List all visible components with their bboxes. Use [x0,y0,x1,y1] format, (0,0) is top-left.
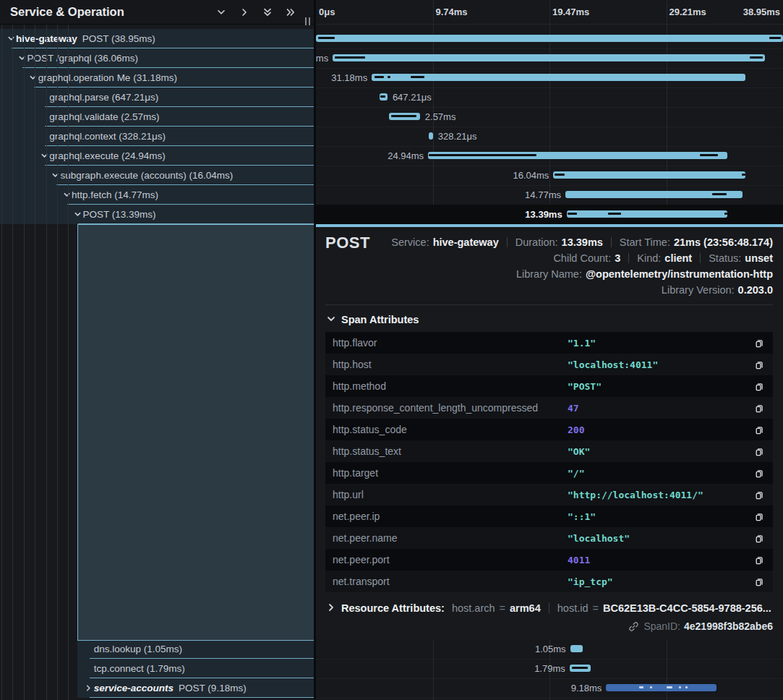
chevron-down-icon[interactable] [28,68,38,88]
copy-value-button[interactable] [753,380,766,393]
timeline-row[interactable]: 16.04ms [316,166,783,186]
span-bar[interactable] [428,152,727,159]
child-span-tick [685,686,688,688]
tree-row[interactable]: http.fetch (14.77ms) [0,185,314,205]
span-bar[interactable] [429,132,433,140]
attribute-value: "localhost:4011" [568,359,753,370]
attribute-value: "::1" [568,511,753,522]
child-span-tick [572,667,587,669]
copy-value-button[interactable] [753,445,766,458]
overview-value: 13.39ms [562,234,603,250]
span-bar[interactable] [570,645,583,652]
child-span-tick [318,37,335,39]
copy-value-button[interactable] [753,336,766,349]
link-icon[interactable] [628,621,639,632]
chevron-right-icon[interactable] [238,6,250,18]
chevron-down-icon[interactable] [72,205,82,224]
copy-value-button[interactable] [753,423,766,436]
chevron-down-icon[interactable] [39,146,49,166]
span-bar[interactable] [372,74,745,81]
overview-line: Child Count:3Kind:clientStatus:unset [553,250,773,266]
tree-row[interactable]: tcp.connect (1.79ms) [77,659,314,678]
timeline-row[interactable]: 31.18ms [316,68,783,88]
span-bar[interactable] [389,113,420,120]
tree-row[interactable]: subgraph.execute (accounts) (16.04ms) [0,166,314,185]
tree-row[interactable]: POST (13.39ms) [0,205,314,224]
duration-label: 16.04ms [513,166,549,185]
chevron-down-icon[interactable] [51,166,61,185]
tree-row[interactable]: graphql.operation Me (31.18ms) [0,68,314,88]
copy-value-button[interactable] [753,466,766,479]
chevron-down-icon[interactable] [215,6,227,18]
attribute-row: http.response_content_length_uncompresse… [325,397,773,419]
copy-value-button[interactable] [753,575,766,588]
timeline-row[interactable]: 2.57ms [316,107,783,127]
chevron-down-icon[interactable] [61,185,72,205]
timeline-row[interactable]: 36.06ms [316,48,783,69]
tree-row[interactable]: graphql.validate (2.57ms) [0,107,314,127]
timeline-row[interactable]: 1.05ms [316,639,783,660]
chevron-right-icon[interactable] [84,678,94,698]
attribute-row: http.status_text"OK" [325,440,773,462]
timeline-row[interactable]: 9.18ms [316,678,783,699]
span-bar[interactable] [606,684,716,691]
copy-value-button[interactable] [753,532,766,545]
panel-resize-grip[interactable] [305,17,310,25]
tree-row[interactable]: POST /graphql (36.06ms) [0,48,314,68]
tree-row[interactable]: hive-gatewayPOST (38.95ms) [0,29,314,48]
trace-viewer: { "colors": { "accent": "#7ec0db", "bar_… [0,0,783,700]
timeline-row[interactable]: 24.94ms [316,146,783,166]
span-bar[interactable] [565,191,743,198]
copy-value-button[interactable] [753,358,766,371]
panel-divider[interactable] [314,0,316,700]
copy-value-button[interactable] [753,510,766,523]
operation-name: POST /graphql (36.06ms) [27,53,138,64]
tree-row[interactable]: service-accountsPOST (9.18ms) [77,678,314,698]
attribute-row: net.transport"ip_tcp" [325,571,773,592]
span-bar[interactable] [570,665,591,672]
divider [549,603,549,613]
copy-value-button[interactable] [753,401,766,414]
tree-row[interactable]: graphql.context (328.21μs) [0,127,314,146]
attribute-value: 4011 [568,555,753,565]
tree-row[interactable]: dns.lookup (1.05ms) [77,639,314,659]
resource-attributes-row[interactable]: Resource Attributes: host.arch=arm64host… [327,602,773,614]
chevron-down-icon[interactable] [17,48,27,68]
timeline-row[interactable]: 14.77ms [316,185,783,205]
copy-value-button[interactable] [753,553,766,566]
timeline-row[interactable]: 328.21μs [316,127,783,147]
span-bar[interactable] [316,35,783,42]
timeline-row[interactable]: 13.39ms [316,205,783,225]
timeline-header: 0μs9.74ms19.47ms29.21ms38.95ms [316,0,783,25]
span-attributes-header[interactable]: Span Attributes [327,313,773,326]
chevron-down-icon[interactable] [6,29,16,48]
divider [507,237,508,247]
double-chevron-right-icon[interactable] [284,6,296,18]
child-span-tick [742,174,745,176]
child-span-tick [391,115,416,117]
tree-row[interactable]: graphql.parse (647.21μs) [0,88,314,107]
copy-value-button[interactable] [753,488,766,501]
timeline-row[interactable]: 1.79ms [316,659,783,679]
timeline-row[interactable]: 38.95ms [316,29,783,49]
operation-name: dns.lookup (1.05ms) [94,644,182,654]
child-span-tick [380,95,385,98]
attribute-value: 47 [568,403,753,414]
span-bar[interactable] [567,210,727,218]
selected-span-detail-row[interactable] [77,224,314,641]
overview-label: Status: [709,250,741,266]
child-span-tick [712,193,727,195]
span-bar[interactable] [553,171,745,179]
duration-label: 24.94ms [388,146,424,166]
divider [611,237,612,247]
timeline-row[interactable]: 647.21μs [316,88,783,108]
span-bar[interactable] [333,54,765,61]
attribute-row: http.status_code200 [325,419,773,440]
tree-row[interactable]: graphql.execute (24.94ms) [0,146,314,166]
double-chevron-down-icon[interactable] [261,6,273,18]
child-span-tick [608,213,621,215]
overview-value: unset [745,250,773,266]
service-name: hive-gateway [16,33,77,44]
span-bar[interactable] [380,93,388,101]
overview-value: hive-gateway [433,234,499,250]
